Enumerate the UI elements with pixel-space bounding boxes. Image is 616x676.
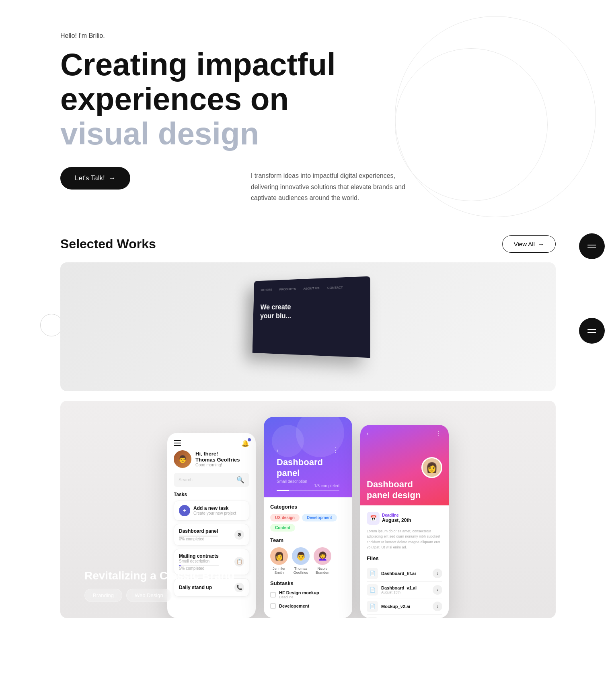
p3-body: 📅 Deadline August, 20th Lorem ipsum dolo… bbox=[360, 505, 449, 618]
team-member-nicole: 👩‍🦱 NicoleBranden bbox=[314, 547, 331, 575]
p2-small-desc: Small description bbox=[277, 479, 339, 484]
user-subtext: Good morning! bbox=[195, 463, 240, 467]
task3-icon: 📞 bbox=[234, 583, 244, 592]
screen-headline: We createyour blu... bbox=[260, 301, 361, 321]
file-date-2: August 15th bbox=[381, 590, 417, 594]
file-icon-2: 📄 bbox=[367, 584, 378, 596]
p2-title-area: Dashboard panel Small description 1/5 co… bbox=[270, 457, 346, 488]
subtask-checkbox-2[interactable] bbox=[270, 603, 276, 609]
download-icon-2[interactable]: ↓ bbox=[433, 585, 442, 595]
phone-mockup-3: ‹ ⋮ Dashboardpanel design 👩 📅 Deadline A… bbox=[360, 425, 449, 618]
task-info: Dashboard panel 0% completed bbox=[179, 528, 218, 541]
file-info-3: Mockup_v2.ai bbox=[381, 604, 410, 609]
hero-title-line2: experiences on visual design bbox=[60, 81, 289, 151]
subtask-info-1: HF Design mockup Deadline bbox=[279, 590, 346, 599]
subtask-developement: Developement bbox=[270, 603, 346, 609]
p2-progress-fill bbox=[277, 490, 289, 491]
deadline-date: August, 20th bbox=[382, 517, 411, 523]
add-task-left: + Add a new task Create your new project bbox=[179, 505, 236, 516]
file-icon-1: 📄 bbox=[367, 568, 378, 579]
avatar-nicole: 👩‍🦱 bbox=[314, 547, 331, 565]
category-ux: UX design bbox=[270, 514, 300, 521]
hero-bottom: Let's Talk! → I transform ideas into imp… bbox=[60, 167, 556, 203]
file-left-4: 📄 Mockup.ai bbox=[367, 617, 403, 618]
p3-title-area: Dashboardpanel design bbox=[367, 479, 442, 501]
p2-header: ‹ ⋮ bbox=[270, 441, 346, 457]
deco-small-circle bbox=[40, 314, 63, 336]
p3-back-icon: ‹ bbox=[367, 430, 369, 437]
subtasks-label: Subtasks bbox=[270, 580, 346, 586]
p2-body: Categories UX design Development Content… bbox=[264, 497, 352, 618]
phone3-header-bg: ‹ ⋮ Dashboardpanel design 👩 bbox=[360, 425, 449, 505]
hero-title-line1: Creating impactful bbox=[60, 47, 336, 82]
hamburger-icon-2 bbox=[587, 329, 596, 333]
back-icon: ‹ bbox=[277, 447, 279, 453]
file-name-2: Dashboard_v1.ai bbox=[381, 585, 417, 590]
categories-list: UX design Development Content bbox=[270, 514, 346, 532]
hero-section: Hello! I'm Brilio. Creating impactful ex… bbox=[0, 0, 616, 227]
section-title: Selected Works bbox=[60, 237, 156, 251]
hamburger-icon bbox=[587, 245, 596, 248]
add-task-icon: + bbox=[179, 505, 190, 516]
user-greeting: Hi, there! bbox=[195, 451, 240, 457]
tasks-section-label: Tasks bbox=[167, 492, 256, 501]
work-card-apps[interactable]: Revitalizing a Classic Brand Branding We… bbox=[60, 401, 556, 618]
file-item-4: 📄 Mockup.ai ↓ bbox=[367, 615, 442, 618]
categories-label: Categories bbox=[270, 504, 346, 510]
subtask-checkbox-1[interactable] bbox=[270, 592, 276, 598]
work-card-laptop[interactable]: OFFERS PRODUCTS ABOUT US CONTACT We crea… bbox=[60, 262, 556, 391]
category-content: Content bbox=[270, 524, 295, 532]
category-dev: Development bbox=[302, 514, 337, 521]
add-task-item[interactable]: + Add a new task Create your new project bbox=[174, 501, 249, 521]
tag-branding: Branding bbox=[84, 589, 122, 602]
subtask-info-2: Developement bbox=[279, 604, 346, 608]
selected-works-section: Selected Works View All → OFFERS PRODUCT… bbox=[0, 235, 616, 618]
hero-description: I transform ideas into impactful digital… bbox=[251, 170, 420, 203]
download-icon-1[interactable]: ↓ bbox=[433, 569, 442, 578]
deadline-row: 📅 Deadline August, 20th bbox=[367, 512, 442, 525]
user-avatar: 👨 bbox=[174, 450, 191, 468]
laptop-mockup: OFFERS PRODUCTS ABOUT US CONTACT We crea… bbox=[240, 278, 376, 375]
hamburger-menu-icon bbox=[174, 440, 181, 446]
p1-avatar-row: 👨 Hi, there! Thomas Geoffries Good morni… bbox=[167, 450, 256, 473]
file-item-3: 📄 Mockup_v2.ai ↓ bbox=[367, 598, 442, 615]
floating-menu-button-2[interactable] bbox=[579, 318, 605, 344]
team-member-jennifer: 👩 JenniferSmith bbox=[270, 547, 288, 575]
file-name-3: Mockup_v2.ai bbox=[381, 604, 410, 609]
file-left-1: 📄 Dashboard_hf.ai bbox=[367, 568, 416, 579]
files-label: Files bbox=[367, 555, 442, 561]
search-placeholder: Search bbox=[179, 477, 193, 482]
file-item-1: 📄 Dashboard_hf.ai ↓ bbox=[367, 565, 442, 582]
floating-menu-button-1[interactable] bbox=[579, 233, 605, 259]
deadline-info: Deadline August, 20th bbox=[382, 513, 411, 523]
lets-talk-button[interactable]: Let's Talk! → bbox=[60, 167, 130, 190]
file-left-2: 📄 Dashboard_v1.ai August 15th bbox=[367, 584, 417, 596]
file-icon-4: 📄 bbox=[367, 617, 378, 618]
bell-notification-icon: 🔔 bbox=[241, 439, 249, 447]
card-tags: Branding Web Design bbox=[84, 589, 234, 602]
team-avatars: 👩 JenniferSmith 👨 ThomasGeoffries 👩‍🦱 Ni… bbox=[270, 547, 346, 575]
p2-progress-bar bbox=[277, 490, 339, 491]
download-icon-3[interactable]: ↓ bbox=[433, 602, 442, 611]
add-task-info: Add a new task Create your new project bbox=[193, 505, 236, 515]
section-header: Selected Works View All → bbox=[60, 235, 556, 253]
user-name: Thomas Geoffries bbox=[195, 457, 240, 463]
search-icon: 🔍 bbox=[236, 476, 244, 484]
p2-dashboard-title: Dashboard panel bbox=[277, 457, 339, 478]
hero-greeting: Hello! I'm Brilio. bbox=[60, 32, 556, 39]
view-all-button[interactable]: View All → bbox=[502, 235, 556, 253]
task-info-2: Mailing contracts Small description 5% c… bbox=[179, 553, 219, 571]
dashboard-panel-task[interactable]: Dashboard panel 0% completed ⚙ bbox=[174, 524, 249, 546]
screen-content: OFFERS PRODUCTS ABOUT US CONTACT We crea… bbox=[253, 276, 370, 330]
team-member-thomas: 👨 ThomasGeoffries bbox=[292, 547, 310, 575]
file-icon-3: 📄 bbox=[367, 601, 378, 612]
file-name-1: Dashboard_hf.ai bbox=[381, 571, 416, 576]
search-bar[interactable]: Search 🔍 bbox=[174, 473, 249, 487]
phone2-header-bg: ‹ ⋮ Dashboard panel Small description 1/… bbox=[264, 417, 352, 497]
phone-mockup-2: ‹ ⋮ Dashboard panel Small description 1/… bbox=[264, 417, 352, 618]
avatar-jennifer: 👩 bbox=[270, 547, 288, 565]
avatar-thomas: 👨 bbox=[292, 547, 310, 565]
p2-progress-text: 1/5 completed bbox=[277, 484, 339, 488]
deadline-calendar-icon: 📅 bbox=[367, 512, 380, 525]
team-label: Team bbox=[270, 537, 346, 543]
